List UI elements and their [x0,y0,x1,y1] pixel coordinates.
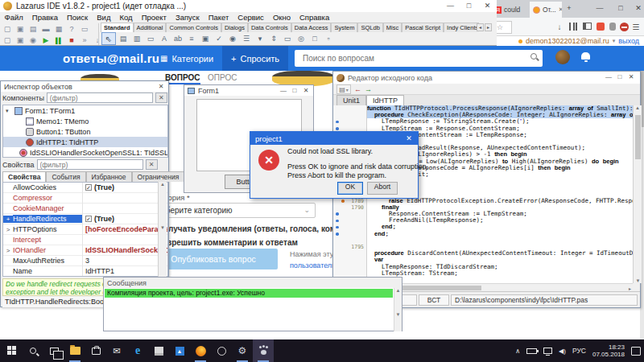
palette-listbox-icon[interactable]: ☰ [240,32,253,45]
browser-close-button[interactable]: ✕ [633,0,644,16]
menu-item[interactable]: Окно [268,13,295,22]
tree-item[interactable]: IdSSLIOHandlerSocketOpenSSL1: TIdSSLIOHa… [3,147,167,158]
battery-icon[interactable] [526,348,537,354]
close-icon[interactable]: ✕ [155,81,167,92]
pages-list-button[interactable]: ▤▾ [336,84,351,94]
adblock-icon[interactable] [618,23,630,32]
gutter[interactable]: 1790 [333,204,367,211]
menu-item[interactable]: Код [115,13,137,22]
code-line[interactable]: procedure DiscardContent(AUnexpectedCont… [333,250,633,257]
compile-success-row[interactable]: Компиляция проекта, цель: project1.exe: … [105,289,393,298]
tab-question[interactable]: ВОПРОС [165,73,200,82]
search-icon[interactable] [530,53,537,60]
account-email[interactable]: demon13022012@mail.ru [526,37,609,45]
tree-item[interactable]: IdHTTP1: TIdHTTP [3,137,167,147]
property-row[interactable]: > HTTPOptions ✓ [hoForceEncodeParams] [3,224,167,235]
sidebar-icon[interactable] [581,23,592,32]
palette-tab[interactable]: Data Controls [248,23,291,32]
palette-tab[interactable]: Data Access [291,23,332,32]
palette-scroll-left-icon[interactable]: ◂ [477,23,484,31]
menu-item[interactable]: Поиск [62,13,92,22]
save-button[interactable]: ▬ [40,23,52,35]
menu-icon[interactable]: ☰ [630,23,642,32]
editor-vscrollbar[interactable]: ▲▼ [633,105,642,283]
help-button[interactable]: ? [66,23,78,35]
lazarus-taskbar-icon[interactable] [253,339,274,362]
grid-scrollbar[interactable]: ▲▼ [158,182,167,277]
select-cursor-button[interactable]: ⇖ [101,32,116,45]
checkbox-icon[interactable]: ✓ [85,216,92,222]
menu-item[interactable]: Пакет [204,13,233,22]
filter-clear-button[interactable]: ✕ [146,159,158,170]
code-line[interactable]: FreeAndNil(LTempResponse); [333,217,633,224]
gutter[interactable]: 1795 [333,244,367,250]
notes-icon[interactable] [148,339,169,362]
abort-button[interactable]: Abort [367,182,398,195]
minimize-icon[interactable]: — [441,0,460,12]
mail-icon[interactable]: ✉ [106,339,127,362]
gutter[interactable] [333,231,367,237]
maximize-icon[interactable]: □ [460,0,478,12]
palette-tab[interactable]: Dialogs [221,23,248,32]
palette-frame-icon[interactable]: ▫ [322,32,335,45]
close-icon[interactable]: ✕ [478,0,497,12]
settings-gear-icon[interactable]: ⚙ [232,339,253,362]
code-line[interactable]: 1790 finally [333,204,633,211]
gutter[interactable] [333,105,367,112]
gutter[interactable] [333,224,367,230]
tab-poll[interactable]: ОПРОС [208,73,237,82]
property-row[interactable]: + HandleRedirects ✓ (True) [3,214,167,224]
inspector-tab[interactable]: Ограничения [132,171,185,182]
new-tab-button[interactable]: + [564,0,575,16]
code-line[interactable]: end; [333,231,633,237]
property-row[interactable]: MaxAuthRetries ✓ 3 [3,256,167,266]
library-icon[interactable] [568,23,579,32]
palette-radiobutton-icon[interactable]: ◉ [226,32,239,45]
property-row[interactable]: Intercept ✓ [3,235,167,245]
tree-item[interactable]: Button1: TButton [3,126,167,137]
gutter[interactable] [333,264,367,270]
inspector-tab[interactable]: Избранное [86,171,132,182]
new-unit-button[interactable]: ▢ [2,23,14,35]
palette-tab[interactable]: Common Controls [166,23,221,32]
palette-tab[interactable]: Additional [134,23,167,32]
language-indicator[interactable]: РУС [572,347,586,355]
stop-button[interactable]: ■ [66,35,78,46]
gutter[interactable] [333,118,367,125]
editor-tab[interactable]: IdHTTP [366,95,404,105]
code-line[interactable]: function TIdHTTPProtocol.ProcessResponse… [333,105,633,112]
property-row[interactable]: CookieManager ✓ [3,204,167,214]
palette-tab[interactable]: Indy Clients Protocols (am) [444,23,479,32]
palette-label-icon[interactable]: A [158,32,171,45]
bell-icon[interactable] [581,52,590,60]
gutter[interactable] [333,257,367,263]
palette-tab[interactable]: SQLdb [357,23,382,32]
editor-tab[interactable]: Unit1 [336,95,366,105]
category-select[interactable]: Выберите категорию ⌄ [149,203,316,218]
palette-tab[interactable]: Misc [383,23,402,32]
ok-button[interactable]: OK [337,182,363,195]
store-icon[interactable] [85,339,106,362]
palette-groupbox-icon[interactable]: ▭ [281,32,294,45]
action-center-icon[interactable] [631,347,641,356]
gutter[interactable] [333,217,367,224]
menu-item[interactable]: Файл [0,13,27,22]
jump-forward-icon[interactable]: → [365,85,372,93]
close-icon[interactable]: ✕ [625,72,637,82]
palette-tab[interactable]: System [331,23,357,32]
palette-tab[interactable]: Standard [101,23,134,32]
menu-item[interactable]: Запуск [171,13,204,22]
code-line[interactable]: end; [333,224,633,230]
jump-back-icon[interactable]: ← [354,85,361,93]
gutter[interactable] [333,112,367,118]
checkbox-icon[interactable]: ✓ [85,184,92,191]
filter-clear-button[interactable]: ✕ [155,93,167,103]
palette-button-icon[interactable]: ▭ [144,32,157,45]
close-icon[interactable]: ✕ [300,85,312,96]
edge-icon[interactable]: e [127,339,148,362]
tray-expand-icon[interactable]: ∧ [515,348,520,355]
logout-link[interactable]: выход [618,37,639,45]
pocket-icon[interactable] [595,23,606,32]
palette-scrollbar-icon[interactable]: ⇕ [267,32,280,45]
open-button[interactable]: ▤ [27,23,39,35]
